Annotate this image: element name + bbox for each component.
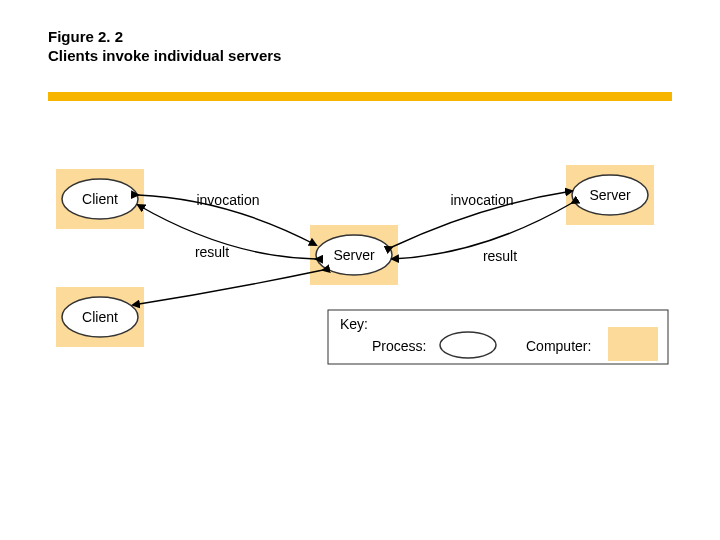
legend-computer-icon xyxy=(608,327,658,361)
client1-node: Client xyxy=(56,169,144,229)
diagram: Client Client Server Server invocation r… xyxy=(48,155,672,405)
invocation2-label: invocation xyxy=(450,192,513,208)
server-mid-label: Server xyxy=(333,247,375,263)
legend: Key: Process: Computer: xyxy=(328,310,668,364)
figure-heading: Figure 2. 2 Clients invoke individual se… xyxy=(48,28,281,64)
client2-node: Client xyxy=(56,287,144,347)
client2-label: Client xyxy=(82,309,118,325)
server-right-node: Server xyxy=(566,165,654,225)
invocation1-label: invocation xyxy=(196,192,259,208)
edge-c2-smid xyxy=(133,270,323,305)
legend-heading: Key: xyxy=(340,316,368,332)
edge-smid-sright: invocation result xyxy=(392,191,572,264)
server-right-label: Server xyxy=(589,187,631,203)
figure-title: Clients invoke individual servers xyxy=(48,47,281,64)
server-mid-node: Server xyxy=(310,225,398,285)
result1-label: result xyxy=(195,244,229,260)
legend-process-icon xyxy=(440,332,496,358)
legend-computer-label: Computer: xyxy=(526,338,591,354)
gold-rule xyxy=(48,92,672,101)
legend-process-label: Process: xyxy=(372,338,426,354)
diagram-svg: Client Client Server Server invocation r… xyxy=(48,155,672,405)
client1-label: Client xyxy=(82,191,118,207)
figure-number: Figure 2. 2 xyxy=(48,28,281,45)
result2-label: result xyxy=(483,248,517,264)
edge-c1-smid: invocation result xyxy=(138,192,316,260)
